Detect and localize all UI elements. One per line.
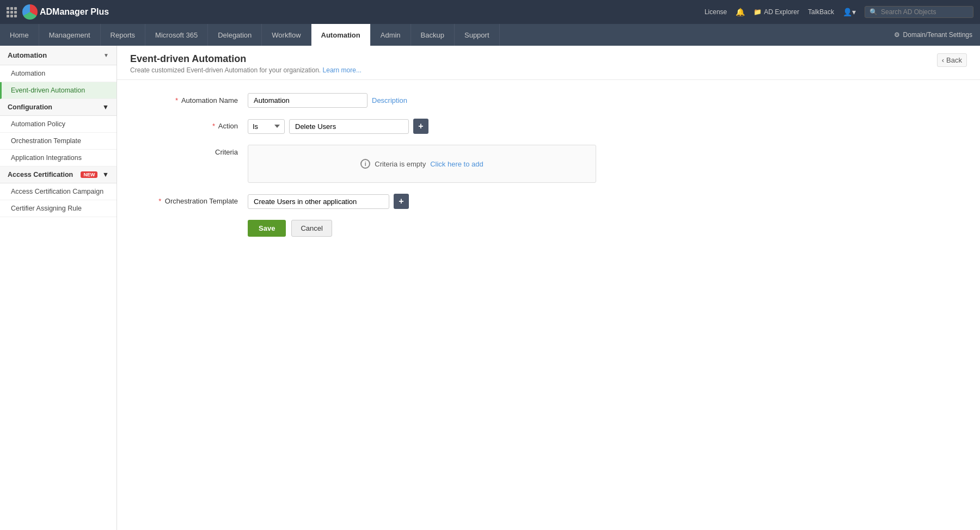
action-text-input[interactable] <box>289 119 409 134</box>
page-title: Event-driven Automation <box>130 53 362 65</box>
nav-management[interactable]: Management <box>39 24 101 46</box>
license-link[interactable]: License <box>705 8 727 16</box>
form-row-automation-name: * Automation Name Description <box>139 93 958 108</box>
form-row-criteria: Criteria i Criteria is empty Click here … <box>139 145 958 183</box>
required-star-name: * <box>175 96 178 104</box>
nav-backup[interactable]: Backup <box>411 24 455 46</box>
form-row-action: * Action Is Is Not + <box>139 119 958 134</box>
form-row-orchestration: * Orchestration Template + <box>139 194 958 209</box>
gear-icon: ⚙ <box>894 31 900 39</box>
domain-settings-btn[interactable]: ⚙ Domain/Tenant Settings <box>886 24 980 46</box>
criteria-label: Criteria <box>139 145 248 156</box>
orchestration-controls: + <box>248 194 409 209</box>
topbar: ADManager Plus License 🔔 📁 AD Explorer T… <box>0 0 980 24</box>
nav-reports[interactable]: Reports <box>101 24 146 46</box>
brand-name: ADManager Plus <box>40 7 109 17</box>
criteria-box[interactable]: i Criteria is empty Click here to add <box>248 145 596 183</box>
main-content: Event-driven Automation Create customize… <box>117 46 980 530</box>
required-star-action: * <box>212 122 215 130</box>
talkback-link[interactable]: TalkBack <box>808 8 834 16</box>
automation-name-label: * Automation Name <box>139 93 248 104</box>
required-star-orch: * <box>158 197 161 205</box>
action-controls: Is Is Not + <box>248 119 428 134</box>
sidebar-item-application-integrations[interactable]: Application Integrations <box>0 150 117 167</box>
grid-icon[interactable] <box>7 7 17 17</box>
page-header-info: Event-driven Automation Create customize… <box>130 53 362 74</box>
search-icon: 🔍 <box>869 8 878 16</box>
topbar-right: License 🔔 📁 AD Explorer TalkBack 👤▾ 🔍 <box>705 6 973 18</box>
folder-icon: 📁 <box>754 8 762 16</box>
chevron-down-icon: ▼ <box>103 52 109 58</box>
nav-support[interactable]: Support <box>455 24 500 46</box>
sidebar-section-automation[interactable]: Automation ▼ <box>0 46 117 65</box>
brand: ADManager Plus <box>22 4 109 20</box>
nav-automation[interactable]: Automation <box>311 24 371 46</box>
learn-more-link[interactable]: Learn more... <box>323 66 362 74</box>
sidebar-item-certifier-assigning-rule[interactable]: Certifier Assigning Rule <box>0 200 117 217</box>
nav-home[interactable]: Home <box>0 24 39 46</box>
form-area: * Automation Name Description * Action I… <box>117 80 980 250</box>
ad-explorer-link[interactable]: 📁 AD Explorer <box>754 8 799 16</box>
action-add-button[interactable]: + <box>413 119 428 134</box>
sidebar-item-access-cert-campaign[interactable]: Access Certification Campaign <box>0 183 117 200</box>
form-buttons: Save Cancel <box>139 220 958 237</box>
sidebar-section-access-cert[interactable]: Access Certification NEW ▼ <box>0 167 117 183</box>
action-select[interactable]: Is Is Not <box>248 119 285 134</box>
layout: Automation ▼ Automation Event-driven Aut… <box>0 46 980 530</box>
navbar: Home Management Reports Microsoft 365 De… <box>0 24 980 46</box>
sidebar-section-configuration[interactable]: Configuration ▼ <box>0 99 117 116</box>
page-header: Event-driven Automation Create customize… <box>117 46 980 80</box>
nav-delegation[interactable]: Delegation <box>208 24 262 46</box>
orchestration-add-button[interactable]: + <box>394 194 409 209</box>
description-link[interactable]: Description <box>372 96 407 104</box>
topbar-left: ADManager Plus <box>7 4 109 20</box>
page-subtitle: Create customized Event-driven Automatio… <box>130 66 362 74</box>
sidebar-item-automation[interactable]: Automation <box>0 65 117 82</box>
automation-name-controls: Description <box>248 93 407 108</box>
chevron-down-icon-config: ▼ <box>102 103 109 111</box>
brand-logo <box>22 4 38 20</box>
sidebar-item-automation-policy[interactable]: Automation Policy <box>0 116 117 133</box>
nav-microsoft365[interactable]: Microsoft 365 <box>145 24 208 46</box>
orchestration-template-input[interactable] <box>248 194 389 209</box>
nav-workflow[interactable]: Workflow <box>262 24 311 46</box>
info-icon: i <box>360 159 370 169</box>
sidebar-item-event-driven-automation[interactable]: Event-driven Automation <box>0 82 117 99</box>
bell-icon[interactable]: 🔔 <box>736 8 745 16</box>
sidebar-item-orchestration-template[interactable]: Orchestration Template <box>0 133 117 150</box>
chevron-left-icon: ‹ <box>942 56 944 64</box>
search-input[interactable] <box>881 8 969 16</box>
automation-name-input[interactable] <box>248 93 367 108</box>
chevron-down-icon-ac: ▼ <box>102 171 109 178</box>
cancel-button[interactable]: Cancel <box>291 220 332 237</box>
criteria-click-here-link[interactable]: Click here to add <box>430 160 483 168</box>
search-box: 🔍 <box>865 6 973 18</box>
user-icon[interactable]: 👤▾ <box>843 8 856 16</box>
save-button[interactable]: Save <box>248 220 286 237</box>
orchestration-label: * Orchestration Template <box>139 194 248 205</box>
action-label: * Action <box>139 119 248 130</box>
nav-admin[interactable]: Admin <box>371 24 411 46</box>
new-badge: NEW <box>81 171 97 178</box>
sidebar: Automation ▼ Automation Event-driven Aut… <box>0 46 117 530</box>
back-button[interactable]: ‹ Back <box>937 53 967 67</box>
